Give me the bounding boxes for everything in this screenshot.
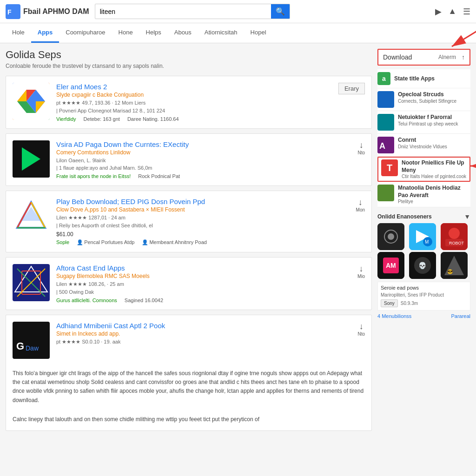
content-area: Golida Seps Conloable feroude the truste… [6, 49, 372, 436]
sidebar-app-desc-2: Telui Pimtrast up shep weeck [398, 121, 470, 126]
video-icon[interactable]: ▶ [435, 7, 442, 17]
promo-price: S0.9.3m [401, 301, 418, 306]
page-title: Golida Seps [6, 49, 372, 61]
sidebar-app-info-2: Netuiokter f Parorral Telui Pimtrast up … [398, 114, 470, 126]
grid-item-svg-2: M [409, 223, 436, 250]
sidebar-app-item-2[interactable]: Netuiokter f Parorral Telui Pimtrast up … [377, 111, 470, 134]
app-icon-svg-3 [13, 198, 50, 235]
app-tag3-1: Daree Nating. 1160.64 [127, 116, 179, 122]
sidebar-app-name-4: Nootor Pniellics File Up Meny [402, 159, 467, 174]
grid-item-2[interactable]: M [409, 223, 436, 250]
footer-label2[interactable]: Parareal [451, 313, 470, 319]
app-tag1-3: Sople [56, 239, 69, 245]
sidebar-app-thumb-2 [377, 114, 394, 131]
nav-item-atiornicsitah[interactable]: Atiornicsitah [198, 23, 244, 43]
svg-text:A: A [379, 141, 385, 151]
app-title-1[interactable]: Eler and Moes 2 [56, 83, 365, 91]
sidebar-app-desc-4: Ctir Itaits Halee of pginted.cook [402, 174, 467, 179]
nav-item-coomipuharoe[interactable]: Coomipuharoe [59, 23, 112, 43]
sidebar-app-item-5[interactable]: Mnatoolia Denis Hodiaz Pao Averaft Pteli… [377, 182, 470, 207]
app-subtitle-3: Clow Dove A,pps 10 and Sastaberа × MIEIl… [56, 206, 365, 213]
sidebar-grid: M ROBOT AM [377, 223, 470, 279]
nav-item-apps[interactable]: Apps [31, 23, 60, 43]
grid-item-1[interactable] [377, 223, 404, 250]
app-icon-2 [13, 140, 50, 178]
app-tag2-3: 👤Pencal Porlutues Atdp [77, 239, 134, 245]
grid-item-svg-4: AM [377, 252, 404, 279]
download-label: Download [383, 53, 435, 61]
sidebar-footer: 4 Menubilionss Parareal [377, 313, 470, 319]
download-label-4: Mio [357, 274, 365, 279]
app-card-2: Vsira AD Paga Down the Curntes: EXectity… [6, 133, 372, 186]
promo-sub: Mariropliteri, Snes IFP Product [381, 292, 467, 298]
app-title-3[interactable]: Play Beb Download; EED PIG Dosn Povein P… [56, 198, 365, 205]
app-tag1-2: Frate isit apors the node in Eitss! [56, 173, 131, 179]
app-meta-1: pt ★★★★ 49.7, 193.36 · 12 Mom Liers [56, 100, 365, 106]
app-long-desc2-5: Calnc linepy that lalouth and on then so… [13, 415, 259, 424]
app-title-5[interactable]: Adhiand Mmibenii Cast Aptl 2 Pook [56, 322, 165, 330]
app-card-4: Aftora Cast End lApps Sugapy Blemoblea R… [6, 257, 372, 310]
app-card-3: Play Beb Download; EED PIG Dosn Povein P… [6, 191, 372, 252]
search-input[interactable] [95, 5, 271, 18]
sidebar-app-thumb-1 [377, 91, 394, 108]
search-button[interactable]: 🔍 [271, 4, 290, 19]
nav-item-hopel[interactable]: Hopel [244, 23, 273, 43]
nav-item-hole[interactable]: Hole [6, 23, 31, 43]
app-button-1[interactable]: Erary [338, 83, 365, 94]
svg-text:😎: 😎 [447, 269, 453, 275]
svg-line-25 [452, 28, 476, 46]
svg-text:💀: 💀 [418, 262, 427, 270]
grid-header: Onlidd Enanoseners ▼ [377, 213, 470, 220]
app-icon-svg-2 [13, 140, 50, 178]
grid-item-4[interactable]: AM [377, 252, 404, 279]
app-tags-3: Sople 👤Pencal Porlutues Atdp 👤Membeant A… [56, 239, 365, 245]
sidebar-app-thumb-svg-3: A [377, 137, 394, 153]
app-title-2[interactable]: Vsira AD Paga Down the Curntes: EXectity [56, 140, 365, 148]
grid-item-5[interactable]: 💀 [409, 252, 436, 279]
app-icon-1 [13, 83, 50, 120]
grid-item-svg-5: 💀 [409, 252, 436, 279]
red-arrow-top-svg [447, 26, 476, 53]
grid-item-svg-1 [377, 223, 404, 250]
svg-text:F: F [7, 8, 12, 16]
sidebar-app-desc-3: Dniiz Vrestnoide Vldues [398, 144, 470, 149]
person-icon[interactable]: ▲ [448, 7, 456, 16]
footer-label1[interactable]: 4 Menubilionss [377, 313, 411, 319]
sidebar-app-item-1[interactable]: Opecloal Strcuds Cornects, Subipliet Stf… [377, 88, 470, 111]
menu-icon[interactable]: ☰ [463, 7, 470, 17]
app-rating-1: pt ★★★★ 49.7, 193.36 · 12 Mom Liers [56, 100, 145, 106]
sidebar-app-info-5: Mnatoolia Denis Hodiaz Pao Averaft Pteli… [398, 185, 470, 204]
download-btn-5[interactable]: ↓ Nto [357, 322, 365, 337]
app-title-4[interactable]: Aftora Cast End lApps [56, 264, 365, 272]
download-btn-3[interactable]: ↓ Mon [356, 198, 365, 212]
download-arrow-5: ↓ [359, 322, 364, 331]
grid-item-3[interactable]: ROBOT [441, 223, 468, 250]
logo: F Fbail APHMO DAM [6, 4, 89, 19]
grid-item-6[interactable]: 😎 [441, 252, 468, 279]
sidebar-app-item-4[interactable]: T Nootor Pniellics File Up Meny Ctir Ita… [377, 157, 470, 182]
svg-text:AM: AM [386, 262, 396, 269]
app-card-5-top: G Daw Adhiand Mmibenii Cast Aptl 2 Pook … [13, 322, 165, 359]
download-annotation: Download Alnerm ↑ [377, 49, 470, 66]
promo-badge-row: Sony S0.9.3m [381, 299, 467, 307]
nav-item-helps[interactable]: Helps [139, 23, 168, 43]
promo-badge[interactable]: Sony [381, 299, 398, 307]
svg-point-38 [449, 228, 460, 239]
app-subtitle-5: Simet in Inckecs add app. [56, 331, 165, 337]
app-info-5: Adhiand Mmibenii Cast Aptl 2 Pook Simet … [56, 322, 165, 347]
app-meta-5: pt ★★★★ S0.0.10 · 19. aak [56, 339, 165, 345]
sidebar-app-info-3: Conrnt Dniiz Vrestnoide Vldues [398, 137, 470, 149]
grid-expand-icon[interactable]: ▼ [464, 213, 470, 220]
download-btn-2[interactable]: ↓ Nto [357, 140, 365, 155]
download-btn-4[interactable]: ↓ Mio [357, 264, 365, 279]
state-apps-item[interactable]: a State title Apps [377, 69, 470, 88]
state-apps-icon: a [377, 72, 390, 85]
app-icon-svg-5: G Daw [13, 322, 50, 359]
sidebar-app-item-3[interactable]: A Conrnt Dniiz Vrestnoide Vldues [377, 134, 470, 157]
header: F Fbail APHMO DAM 🔍 ▶ ▲ ☰ [0, 0, 476, 23]
sidebar-app-desc-5: Ptelitye [398, 199, 470, 204]
nav-item-hone[interactable]: Hone [112, 23, 139, 43]
nav-item-abous[interactable]: Abous [168, 23, 198, 43]
download-arrow-4: ↓ [359, 264, 363, 274]
app-tag2-1: Detebe: 163 gnt [84, 116, 120, 122]
